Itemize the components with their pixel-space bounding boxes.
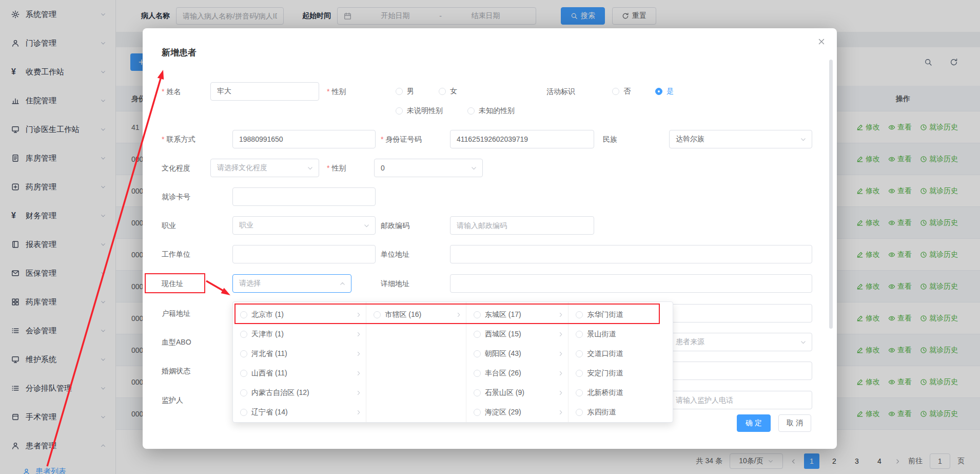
radio-icon: [576, 409, 583, 416]
gender-female-radio[interactable]: 女: [439, 87, 457, 96]
household-address-input[interactable]: [669, 304, 812, 323]
gender-code-label: 性别: [327, 159, 346, 177]
gender-radio-group-2: 未说明性别 未知的性别: [396, 102, 515, 120]
detail-address-input[interactable]: [450, 274, 812, 293]
education-select[interactable]: 请选择文化程度: [210, 159, 319, 177]
chevron-right-icon: [558, 370, 564, 376]
gender-radio-group: 男 女: [396, 82, 457, 101]
cascader-option-shanxi[interactable]: 山西省 (11): [233, 364, 366, 383]
cascader-option-shijingshan[interactable]: 石景山区 (9): [466, 383, 569, 403]
current-address-label: 现住址: [162, 274, 183, 293]
chevron-down-icon: [307, 165, 313, 172]
add-patient-modal: 新增患者 姓名 性别 男 女 活动标识 否 是 未说明性别 未知的性别 联系方式…: [143, 28, 837, 449]
id-number-label: 身份证号码: [381, 130, 421, 148]
radio-icon: [576, 370, 583, 377]
radio-icon: [374, 311, 381, 318]
radio-icon: [240, 409, 247, 416]
visit-card-input[interactable]: [232, 187, 376, 206]
radio-icon: [467, 107, 475, 115]
gender-unstated-radio[interactable]: 未说明性别: [396, 106, 443, 116]
ethnicity-label: 民族: [603, 130, 617, 148]
chevron-right-icon: [456, 312, 462, 318]
close-button[interactable]: [817, 37, 826, 46]
chevron-right-icon: [558, 331, 564, 337]
gender-code-select[interactable]: 0: [374, 159, 483, 177]
close-icon: [817, 37, 826, 46]
marital-status-label: 婚姻状态: [162, 362, 190, 380]
cascader-option-beijing[interactable]: 北京市 (1): [233, 305, 366, 325]
cascader-option-haidian[interactable]: 海淀区 (29): [466, 403, 569, 422]
chevron-down-icon: [363, 222, 370, 229]
cascader-option-andingmen[interactable]: 安定门街道: [569, 364, 673, 383]
radio-icon: [474, 409, 481, 416]
name-input[interactable]: [210, 82, 319, 101]
contact-label: 联系方式: [162, 130, 195, 148]
current-address-select[interactable]: 请选择: [232, 274, 351, 293]
cascader-option-fengtai[interactable]: 丰台区 (26): [466, 364, 569, 383]
visit-card-label: 就诊卡号: [162, 187, 190, 206]
cascader-option-jiaodaokou[interactable]: 交道口街道: [569, 344, 673, 364]
cascader-city-column: 市辖区 (16): [366, 302, 466, 422]
postal-code-input[interactable]: [450, 216, 594, 235]
active-flag-radio-group: 否 是: [612, 82, 674, 101]
chevron-right-icon: [356, 370, 362, 376]
radio-checked-icon: [655, 88, 662, 95]
patient-source-select[interactable]: 患者来源: [669, 333, 812, 351]
cascader-option-dongcheng[interactable]: 东城区 (17): [466, 305, 569, 325]
radio-icon: [576, 331, 583, 338]
radio-icon: [439, 88, 446, 95]
radio-icon: [240, 331, 247, 338]
cascader-option-shixiaqu[interactable]: 市辖区 (16): [366, 305, 466, 325]
cascader-option-chaoyang[interactable]: 朝阳区 (43): [466, 344, 569, 364]
confirm-button[interactable]: 确 定: [737, 414, 771, 432]
radio-icon: [576, 350, 583, 357]
cascader-district-column: 东城区 (17) 西城区 (15) 朝阳区 (43) 丰台区 (26) 石景山区…: [466, 302, 569, 422]
chevron-down-icon: [800, 136, 807, 143]
cascader-option-xicheng[interactable]: 西城区 (15): [466, 325, 569, 344]
modal-scrollbar[interactable]: [829, 60, 833, 329]
chevron-right-icon: [356, 409, 362, 415]
cascader-option-tianjin[interactable]: 天津市 (1): [233, 325, 366, 344]
radio-icon: [396, 88, 403, 95]
gender-label: 性别: [327, 82, 346, 101]
unit-address-label: 单位地址: [381, 245, 409, 263]
radio-icon: [576, 389, 583, 396]
contact-input[interactable]: [232, 130, 376, 148]
active-flag-yes-radio[interactable]: 是: [655, 87, 674, 96]
cancel-button[interactable]: 取 消: [778, 414, 811, 432]
marital-status-input[interactable]: [669, 362, 812, 380]
radio-icon: [474, 370, 481, 377]
chevron-right-icon: [558, 351, 564, 357]
unit-address-input[interactable]: [450, 245, 812, 263]
cascader-option-liaoning[interactable]: 辽宁省 (14): [233, 403, 366, 422]
cascader-option-neimenggu[interactable]: 内蒙古自治区 (12): [233, 383, 366, 403]
work-unit-label: 工作单位: [162, 245, 190, 263]
active-flag-no-radio[interactable]: 否: [612, 87, 631, 96]
guardian-phone-input[interactable]: [669, 391, 812, 409]
cascader-option-beixinqiao[interactable]: 北新桥街道: [569, 383, 673, 403]
cascader-province-column: 北京市 (1) 天津市 (1) 河北省 (11) 山西省 (11) 内蒙古自治区…: [233, 302, 366, 422]
chevron-right-icon: [558, 409, 564, 415]
radio-icon: [240, 389, 247, 396]
gender-unknown-radio[interactable]: 未知的性别: [467, 106, 515, 116]
cascader-option-hebei[interactable]: 河北省 (11): [233, 344, 366, 364]
radio-icon: [240, 350, 247, 357]
occupation-select[interactable]: 职业: [232, 216, 376, 235]
work-unit-input[interactable]: [232, 245, 376, 263]
guardian-label: 监护人: [162, 391, 183, 409]
ethnicity-select[interactable]: 达斡尔族: [669, 130, 812, 148]
gender-male-radio[interactable]: 男: [396, 87, 414, 96]
radio-icon: [240, 311, 247, 318]
radio-icon: [474, 350, 481, 357]
id-number-input[interactable]: [450, 130, 594, 148]
cascader-option-donghuamen[interactable]: 东华门街道: [569, 305, 673, 325]
chevron-down-icon: [800, 339, 807, 346]
blood-type-label: 血型ABO: [162, 333, 191, 351]
cascader-option-dongsi[interactable]: 东四街道: [569, 403, 673, 422]
modal-title: 新增患者: [162, 47, 197, 59]
cascader-option-jingshan[interactable]: 景山街道: [569, 325, 673, 344]
radio-icon: [240, 370, 247, 377]
radio-icon: [474, 331, 481, 338]
occupation-label: 职业: [162, 216, 176, 235]
chevron-up-icon: [339, 280, 346, 287]
